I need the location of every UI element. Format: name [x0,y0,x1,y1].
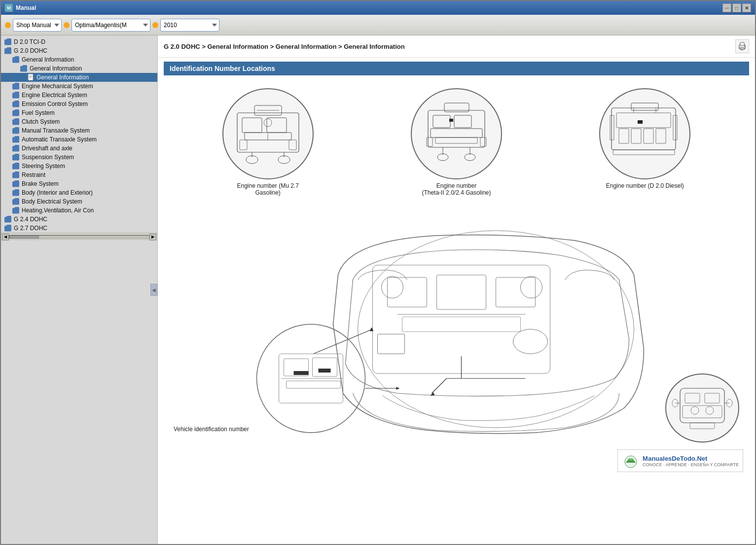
sidebar-label-engine-mech: Engine Mechanical System [22,83,93,90]
window-title: Manual [16,4,36,11]
main-content: D 2.0 TCI-DG 2.0 DOHCGeneral Information… [1,35,755,544]
scroll-left-arrow[interactable]: ◀ [2,234,9,240]
scroll-thumb[interactable] [9,236,39,238]
engine1-label: Engine number (Mu 2.7 Gasoline) [226,182,310,196]
sidebar-scrollbar: ◀ ▶ [1,233,157,240]
tree-icon-brake [12,180,20,187]
engine1-svg [227,93,309,174]
sidebar-item-g27-dohc[interactable]: G 2.7 DOHC [1,224,157,233]
svg-rect-54 [496,277,536,307]
diagram-area: Engine number (Mu 2.7 Gasoline) [158,79,755,478]
svg-rect-78 [705,393,720,403]
sidebar-item-d20-tcid[interactable]: D 2.0 TCI-D [1,37,157,46]
sidebar-item-auto-trans[interactable]: Automatic Transaxle System [1,135,157,144]
tree-icon-restraint [12,171,20,178]
svg-rect-0 [28,74,33,80]
dot-yellow-year [152,22,158,28]
engine2-label: Engine number(Theta-II 2.0/2.4 Gasoline) [422,182,491,196]
engine3-wrap: Engine number (D 2.0 Diesel) [599,88,690,189]
svg-point-80 [691,407,699,414]
minimize-button[interactable]: ─ [722,3,731,12]
svg-rect-39 [619,129,629,143]
sidebar-item-driveshaft[interactable]: Driveshaft and axle [1,144,157,153]
manual-type-group: Shop Manual [5,19,62,32]
title-bar: M Manual ─ □ ✕ [1,1,755,15]
sidebar-item-engine-elec[interactable]: Engine Electrical System [1,91,157,100]
sidebar-item-engine-mech[interactable]: Engine Mechanical System [1,82,157,91]
svg-point-59 [513,329,548,354]
svg-rect-49 [638,120,643,124]
svg-rect-44 [631,103,658,110]
section-title: Identification Number Locations [164,62,749,75]
sidebar-item-g24-dohc[interactable]: G 2.4 DOHC [1,215,157,224]
watermark-logo [622,452,640,470]
sidebar-label-brake: Brake System [22,180,59,187]
svg-rect-69 [313,358,337,376]
sidebar-item-clutch[interactable]: Clutch System [1,117,157,126]
sidebar-item-brake[interactable]: Brake System [1,179,157,188]
svg-point-23 [264,119,272,127]
sidebar-label-general-info-1: General Information [22,56,74,63]
close-button[interactable]: ✕ [742,3,751,12]
dot-yellow-manual [5,22,11,28]
svg-point-50 [358,231,634,428]
model-select[interactable]: Optima/Magentis(M [72,19,150,32]
svg-rect-27 [431,129,482,137]
scroll-track [9,235,149,239]
sidebar-label-manual-trans: Manual Transaxle System [22,127,90,134]
sidebar-item-restraint[interactable]: Restraint [1,170,157,179]
sidebar-item-heating[interactable]: Heating,Ventilation, Air Con [1,206,157,215]
svg-rect-21 [289,140,296,150]
sidebar-label-general-info-2: General Information [30,65,82,72]
tree-icon-driveshaft [12,145,20,152]
sidebar: D 2.0 TCI-DG 2.0 DOHCGeneral Information… [1,35,158,544]
sidebar-item-suspension[interactable]: Suspension System [1,153,157,162]
svg-rect-34 [427,137,432,146]
svg-marker-65 [370,327,374,331]
tree-icon-fuel [12,109,20,116]
transmission-circle-wrap [665,374,739,443]
sidebar-item-body-elec[interactable]: Body Electrical System [1,197,157,206]
watermark-area: ManualesDeTodo.Net CONOCE · APRENDE · EN… [164,447,749,474]
sidebar-item-manual-trans[interactable]: Manual Transaxle System [1,126,157,135]
svg-rect-36 [449,119,453,122]
engine-circles-row: Engine number (Mu 2.7 Gasoline) [164,83,749,196]
year-select[interactable]: 2010 [160,19,219,32]
svg-point-9 [744,46,745,47]
sidebar-collapse-arrow[interactable]: ◀ [150,284,157,296]
engine1-wrap: Engine number (Mu 2.7 Gasoline) [222,88,314,196]
sidebar-item-fuel[interactable]: Fuel System [1,108,157,117]
sidebar-item-g20-dohc[interactable]: G 2.0 DOHC [1,46,157,55]
svg-rect-7 [741,48,744,49]
engine2-circle [411,88,502,179]
year-group: 2010 [152,19,219,32]
sidebar-item-general-info-1[interactable]: General Information [1,55,157,64]
svg-rect-53 [437,275,486,309]
sidebar-item-general-info-2[interactable]: General Information [1,64,157,73]
engine2-svg [416,93,497,174]
svg-rect-25 [433,115,450,128]
scroll-right-arrow[interactable]: ▶ [149,234,156,240]
dot-yellow-model [64,22,70,28]
app-icon: M [5,4,13,12]
restore-button[interactable]: □ [732,3,741,12]
tree-icon-suspension [12,154,20,161]
svg-point-31 [437,154,448,161]
sidebar-item-emission[interactable]: Emission Control System [1,100,157,108]
manual-type-select[interactable]: Shop Manual [13,19,62,32]
sidebar-item-body[interactable]: Body (Interior and Exterior) [1,188,157,197]
sidebar-label-suspension: Suspension System [22,154,74,161]
svg-rect-13 [245,133,291,140]
tree-icon-d20-tcid [4,38,12,45]
tree-icon-general-info-1 [12,56,20,63]
print-button[interactable] [735,39,749,53]
sidebar-item-general-info-3[interactable]: General Information [1,73,157,82]
breadcrumb: G 2.0 DOHC > General Information > Gener… [164,43,405,50]
tree-icon-g24-dohc [4,216,12,223]
content-panel: G 2.0 DOHC > General Information > Gener… [158,35,755,544]
sidebar-item-steering[interactable]: Steering System [1,162,157,170]
sidebar-label-d20-tcid: D 2.0 TCI-D [14,38,45,45]
svg-rect-20 [240,140,247,150]
tree-icon-general-info-2 [20,65,28,72]
svg-rect-41 [644,129,653,143]
